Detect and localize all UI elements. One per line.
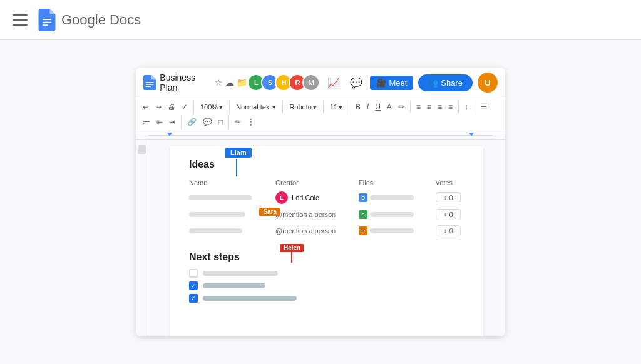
insert-comment-button[interactable]: 💬	[201, 116, 214, 128]
mention-text-2: @mention a person	[275, 211, 336, 218]
svg-rect-0	[43, 19, 51, 20]
files-cell-2: S	[359, 206, 435, 223]
app-title: Google Docs	[61, 12, 141, 28]
share-icon: 👥	[428, 78, 438, 88]
vote-button-1[interactable]: + 0	[436, 192, 461, 203]
style-dropdown[interactable]: Normal text ▾	[233, 102, 279, 113]
checkbox-3[interactable]	[189, 294, 198, 303]
col-header-files: Files	[359, 176, 435, 189]
vote-button-3[interactable]: + 0	[436, 225, 461, 236]
votes-cell-2: + 0	[436, 206, 464, 223]
italic-button[interactable]: I	[365, 101, 371, 113]
doc-title-area: Business Plan ☆ ☁ 📁	[143, 73, 247, 93]
votes-cell-3: + 0	[436, 223, 464, 239]
creator-avatar-lori: L	[275, 191, 288, 204]
doc-body: Liam Ideas Name Creator Files	[136, 140, 505, 336]
file-icon-docs: D	[359, 193, 367, 202]
fontsize-dropdown[interactable]: 11 ▾	[327, 102, 345, 113]
helen-cursor: Helen	[280, 244, 304, 252]
justify-button[interactable]: ≡	[446, 101, 454, 113]
highlight-button[interactable]: ✏	[396, 101, 406, 113]
font-label: Roboto	[289, 103, 311, 111]
underline-button[interactable]: U	[373, 101, 382, 113]
align-left-button[interactable]: ≡	[414, 101, 423, 113]
toolbar-separator-6	[410, 101, 411, 113]
table-row: Sara @mention a person	[189, 206, 464, 223]
line-spacing-button[interactable]: ↕	[463, 101, 470, 113]
checklist-placeholder-3	[203, 296, 297, 301]
spell-check-button[interactable]: ✓	[180, 101, 190, 113]
hamburger-menu[interactable]	[13, 14, 28, 26]
creator-lori-cole: L Lori Cole	[275, 191, 355, 204]
checklist-item-3	[189, 294, 464, 303]
sidebar-bookmark-icon[interactable]	[138, 145, 146, 154]
avatar-5: M	[302, 74, 320, 91]
bullets-button[interactable]: ☰	[478, 101, 489, 113]
undo-button[interactable]: ↩	[141, 101, 151, 113]
files-cell-3: P	[359, 223, 435, 239]
ruler-indent-left[interactable]	[167, 133, 172, 136]
docs-logo-icon	[38, 9, 56, 31]
fontsize-chevron-icon: ▾	[339, 103, 342, 111]
align-center-button[interactable]: ≡	[425, 101, 433, 113]
drawing-button[interactable]: ✏	[233, 116, 243, 128]
file-placeholder-2	[370, 212, 414, 217]
col-header-votes: Votes	[436, 176, 464, 189]
activity-icon[interactable]: 📈	[325, 76, 342, 90]
table-row: @mention a person P	[189, 223, 464, 239]
chat-icon[interactable]: 💬	[347, 76, 365, 90]
doc-icon	[143, 74, 156, 91]
user-account-button[interactable]: U	[478, 73, 498, 93]
doc-page[interactable]: Liam Ideas Name Creator Files	[148, 140, 505, 336]
collaborators-avatars: L S H R M	[247, 74, 320, 91]
image-button[interactable]: □	[217, 116, 225, 128]
mention-row-2: @mention a person	[275, 211, 355, 218]
checkbox-2[interactable]	[189, 281, 198, 290]
file-1: D	[359, 193, 431, 202]
docs-logo: Google Docs	[38, 9, 141, 31]
helen-cursor-container: Helen	[280, 244, 304, 252]
more-formats-button[interactable]: ⋮	[245, 116, 257, 128]
zoom-dropdown[interactable]: 100% ▾	[198, 102, 225, 113]
indent-less-button[interactable]: ⇤	[155, 116, 165, 128]
format-toolbar: ↩ ↪ 🖨 ✓ 100% ▾ Normal text ▾ Roboto ▾ 11	[136, 98, 505, 131]
zoom-chevron-icon: ▾	[219, 103, 223, 111]
numbered-list-button[interactable]: ≔	[141, 116, 152, 128]
doc-title-icons: ☆ ☁ 📁	[215, 78, 247, 88]
color-button[interactable]: A	[385, 101, 394, 113]
cloud-icon[interactable]: ☁	[225, 78, 234, 88]
align-right-button[interactable]: ≡	[436, 101, 444, 113]
ruler-indent-right[interactable]	[469, 133, 474, 136]
svg-rect-2	[43, 24, 48, 26]
style-chevron-icon: ▾	[272, 103, 276, 111]
svg-rect-1	[43, 21, 51, 23]
liam-cursor: Liam	[225, 148, 252, 158]
vote-button-2[interactable]: + 0	[436, 209, 461, 220]
creator-cell-3: @mention a person	[275, 223, 359, 239]
redo-button[interactable]: ↪	[153, 101, 163, 113]
toolbar-separator-1	[193, 101, 194, 113]
name-cell-3	[189, 223, 275, 239]
svg-rect-3	[146, 82, 154, 83]
meet-label: Meet	[389, 78, 407, 88]
checklist-item-1	[189, 269, 464, 278]
insert-link-button[interactable]: 🔗	[185, 116, 198, 128]
checkbox-1[interactable]	[189, 269, 198, 278]
ideas-table: Name Creator Files Votes	[189, 176, 464, 239]
bold-button[interactable]: B	[353, 101, 362, 113]
share-button[interactable]: 👥 Share	[418, 74, 473, 91]
doc-topbar: Business Plan ☆ ☁ 📁 L S H R M 📈 💬	[136, 68, 505, 98]
checklist-placeholder-2	[203, 283, 265, 288]
star-icon[interactable]: ☆	[215, 78, 223, 88]
ideas-heading: Ideas	[189, 159, 464, 170]
indent-more-button[interactable]: ⇥	[167, 116, 177, 128]
toolbar-separator-9	[181, 116, 182, 128]
svg-rect-4	[146, 84, 154, 84]
name-placeholder-2	[189, 212, 245, 217]
fontsize-label: 11	[330, 103, 337, 111]
liam-cursor-line	[236, 159, 237, 176]
folder-icon[interactable]: 📁	[237, 78, 247, 88]
print-button[interactable]: 🖨	[166, 101, 177, 113]
font-dropdown[interactable]: Roboto ▾	[287, 102, 319, 113]
meet-button[interactable]: 🎥 Meet	[370, 76, 413, 90]
